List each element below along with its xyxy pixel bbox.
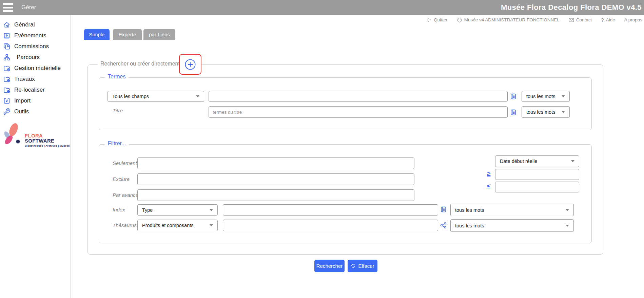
rechercher-label: Rechercher: [316, 263, 343, 269]
term-input[interactable]: [209, 91, 508, 102]
tab-simple[interactable]: Simple: [84, 29, 110, 40]
sidebar: Général Evènements Commissions Parcours …: [0, 15, 71, 298]
titre-match-select[interactable]: tous les mots: [522, 106, 570, 118]
index-row-lookup-button[interactable]: [440, 206, 447, 215]
utility-bar: Quitter Musée v4 ADMINISTRATEUR FONCTION…: [427, 17, 642, 23]
chevron-down-icon: [562, 111, 565, 113]
refresh-icon: [351, 263, 356, 268]
folder-globe-icon: [3, 64, 11, 72]
envelope-icon: [569, 18, 574, 22]
chevron-down-icon: [571, 160, 574, 162]
sidebar-item-commissions[interactable]: Commissions: [3, 41, 69, 52]
sidebar-item-label: Outils: [14, 108, 29, 115]
red-highlight-box: [179, 54, 201, 75]
logo-text: FLORA SOFTWARE Bibliothèques | Archives …: [25, 133, 71, 147]
import-box-icon: [3, 97, 11, 105]
sidebar-item-evenements[interactable]: Evènements: [3, 30, 69, 41]
a-propos-link[interactable]: A propos: [624, 17, 642, 22]
thesaurus-match-select[interactable]: tous les mots: [450, 219, 574, 232]
brand-second: SOFTWARE: [25, 138, 54, 144]
sidebar-item-travaux[interactable]: Travaux: [3, 74, 69, 85]
logo-tagline: Bibliothèques | Archives | Musées: [25, 145, 71, 147]
termes-fieldset: Termes: [99, 77, 592, 130]
tab-par-liens[interactable]: par Liens: [143, 29, 175, 40]
sidebar-item-label: Parcours: [14, 54, 40, 61]
aide-link[interactable]: ? Aide: [601, 17, 615, 23]
sidebar-item-outils[interactable]: Outils: [3, 106, 69, 117]
index-match-select[interactable]: tous les mots: [450, 204, 574, 216]
quitter-label: Quitter: [434, 17, 448, 22]
chevron-down-icon: [210, 209, 213, 211]
par-avancement-input[interactable]: [137, 189, 414, 201]
index-match-value: tous les mots: [455, 207, 484, 213]
sidebar-nav: Général Evènements Commissions Parcours …: [3, 19, 69, 117]
sidebar-item-label: Re-localiser: [14, 87, 45, 93]
folder-globe-icon: [3, 86, 11, 94]
seulement-input[interactable]: [137, 157, 414, 169]
chevron-down-icon: [210, 224, 213, 226]
titre-match-value: tous les mots: [526, 109, 555, 115]
thesaurus-browse-button[interactable]: [440, 222, 447, 230]
index-input[interactable]: [223, 204, 438, 216]
plus-circle-icon: [184, 58, 196, 71]
titre-label: Titre: [113, 108, 123, 113]
sidebar-item-label: Gestion matérielle: [14, 65, 61, 72]
sidebar-item-label: Travaux: [14, 76, 35, 82]
titre-index-lookup-button[interactable]: [510, 109, 517, 117]
copy-bookmark-icon: [3, 43, 11, 50]
term-match-select[interactable]: tous les mots: [522, 91, 570, 102]
share-nodes-icon: [440, 222, 447, 229]
sidebar-item-parcours[interactable]: Parcours: [3, 52, 69, 63]
flora-software-logo: FLORA SOFTWARE Bibliothèques | Archives …: [0, 123, 71, 150]
thesaurus-select[interactable]: Produits et composants: [137, 220, 218, 231]
chevron-down-icon: [566, 209, 569, 211]
field-select[interactable]: Tous les champs: [108, 91, 204, 102]
greater-equal-toggle[interactable]: ≥: [487, 170, 490, 177]
index-select-value: Type: [142, 207, 153, 213]
top-bar: Gérer Musée Flora Decalog Flora DEMO v4.…: [0, 0, 644, 15]
home-icon: [3, 21, 11, 29]
term-match-value: tous les mots: [526, 94, 555, 99]
rechercher-button[interactable]: Rechercher: [314, 260, 345, 272]
titre-input[interactable]: [209, 106, 508, 118]
index-select[interactable]: Type: [137, 204, 218, 216]
index-lookup-button[interactable]: [510, 93, 517, 101]
effacer-label: Effacer: [358, 263, 374, 269]
a-propos-label: A propos: [624, 17, 642, 22]
quitter-link[interactable]: Quitter: [427, 17, 448, 22]
chevron-down-icon: [566, 225, 569, 227]
exclure-input[interactable]: [137, 173, 414, 185]
person-circle-icon: [457, 17, 462, 23]
book-icon: [440, 206, 447, 213]
tab-experte[interactable]: Experte: [113, 29, 142, 40]
filtrer-legend: Filtrer...: [105, 141, 129, 147]
sidebar-item-general[interactable]: Général: [3, 19, 69, 30]
flora-petals-icon: [2, 123, 23, 147]
sidebar-item-import[interactable]: Import: [3, 95, 69, 106]
sitemap-icon: [3, 54, 11, 61]
user-account[interactable]: Musée v4 ADMINISTRATEUR FONCTIONNEL: [457, 17, 560, 23]
sidebar-item-gestion-materielle[interactable]: Gestion matérielle: [3, 63, 69, 74]
less-equal-toggle[interactable]: ≤: [487, 183, 490, 189]
contact-link[interactable]: Contact: [569, 17, 592, 22]
create-record-button[interactable]: [184, 58, 196, 71]
user-label: Musée v4 ADMINISTRATEUR FONCTIONNEL: [464, 17, 560, 22]
effacer-button[interactable]: Effacer: [348, 260, 377, 272]
date-field-select[interactable]: Date début réelle: [495, 155, 579, 167]
sidebar-item-label: Général: [14, 21, 35, 28]
book-icon: [510, 109, 517, 116]
thesaurus-input[interactable]: [223, 220, 438, 231]
sidebar-item-label: Import: [14, 97, 31, 104]
date-from-input[interactable]: [495, 169, 579, 180]
sidebar-item-label: Commissions: [14, 43, 49, 50]
book-icon: [510, 93, 517, 100]
logout-icon: [427, 17, 432, 22]
wrench-icon: [3, 108, 11, 115]
date-to-input[interactable]: [495, 182, 579, 192]
thesaurus-select-value: Produits et composants: [142, 223, 194, 228]
termes-legend: Termes: [105, 74, 129, 80]
chevron-down-icon: [196, 95, 199, 97]
hamburger-menu-icon[interactable]: [3, 3, 13, 12]
sidebar-item-re-localiser[interactable]: Re-localiser: [3, 85, 69, 95]
folder-globe-icon: [3, 75, 11, 83]
